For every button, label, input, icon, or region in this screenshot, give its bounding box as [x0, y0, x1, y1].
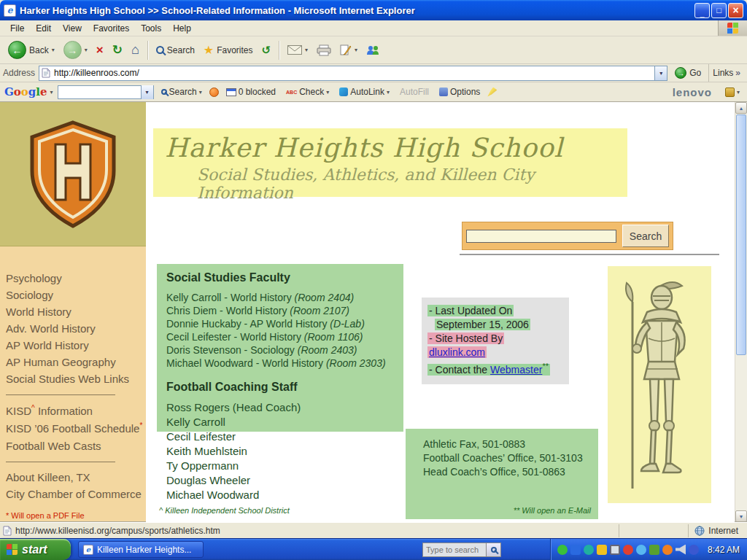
sidebar-link-football-schedule[interactable]: KISD ’06 Football Schedule* [6, 419, 146, 437]
menu-view[interactable]: View [57, 22, 88, 35]
forward-button[interactable]: → ▾ [60, 39, 91, 61]
stop-button[interactable]: × [93, 42, 107, 59]
google-logo-dropdown-icon[interactable]: ▾ [50, 88, 53, 96]
history-icon: ↺ [262, 44, 271, 57]
sidebar-link-kisd-information[interactable]: KISD^ Information [6, 402, 146, 419]
search-button[interactable]: Search [152, 44, 198, 57]
contact-label: - Contact the [429, 364, 490, 376]
taskbar-search-button[interactable] [487, 542, 501, 557]
webmaster-link[interactable]: Webmaster [490, 364, 542, 376]
windows-flag-icon [7, 544, 18, 555]
scroll-down-button[interactable]: ▼ [735, 510, 747, 522]
coach-member: Ty Oppermann [166, 459, 409, 473]
tray-icon-1[interactable] [557, 545, 568, 555]
tray-icon-8[interactable] [649, 545, 659, 555]
sidebar-link-adv-world-history[interactable]: Adv. World History [6, 320, 146, 337]
refresh-icon: ↻ [112, 42, 123, 58]
taskbar-task-ie[interactable]: e Killeen Harker Heights... [78, 541, 204, 558]
menu-edit[interactable]: Edit [30, 22, 57, 35]
options-button[interactable]: Options [436, 85, 483, 98]
sidebar-link-sociology[interactable]: Sociology [6, 287, 146, 303]
google-search-input[interactable]: ▾ [58, 85, 154, 99]
options-icon [439, 88, 448, 96]
sidebar-link-about-killeen[interactable]: About Killeen, TX [6, 469, 146, 486]
autolink-dropdown-icon[interactable]: ▾ [387, 89, 390, 96]
tray-icon-6[interactable] [623, 545, 633, 555]
faculty-member: Michael Woodward - World History (Room 2… [166, 357, 409, 370]
menu-file[interactable]: File [4, 22, 30, 35]
address-label: Address [3, 68, 35, 78]
tray-icon-11[interactable] [689, 545, 699, 555]
go-label: Go [689, 68, 701, 78]
favorites-button[interactable]: ★ Favorites [200, 42, 257, 58]
menu-help[interactable]: Help [167, 22, 197, 35]
google-search-dropdown-icon[interactable]: ▾ [199, 89, 202, 96]
site-search-input[interactable] [466, 230, 616, 243]
menu-favorites[interactable]: Favorites [88, 22, 135, 35]
address-url-input[interactable] [54, 67, 654, 79]
minimize-button[interactable]: _ [694, 3, 710, 18]
highlighter-icon[interactable] [487, 88, 497, 97]
tray-icon-7[interactable] [636, 545, 646, 555]
taskbar-search-input[interactable] [422, 542, 487, 557]
go-button[interactable]: → Go [671, 66, 705, 79]
refresh-button[interactable]: ↻ [109, 41, 126, 59]
mail-button[interactable]: ▾ [284, 44, 311, 56]
sidebar-link-web-links[interactable]: Social Studies Web Links [6, 370, 146, 387]
menu-tools[interactable]: Tools [135, 22, 167, 35]
links-button[interactable]: Links » [708, 64, 744, 82]
scroll-thumb[interactable] [736, 114, 746, 355]
google-logo[interactable]: G o o g l e ▾ [4, 85, 53, 98]
stop-icon: × [96, 43, 104, 58]
messenger-button[interactable] [363, 44, 383, 57]
mail-dropdown-icon[interactable]: ▾ [305, 47, 308, 53]
sidebar-link-chamber-of-commerce[interactable]: City Chamber of Commerce [6, 486, 146, 502]
tray-icon-2[interactable] [570, 545, 581, 555]
google-search-dropdown[interactable]: ▾ [141, 85, 153, 99]
links-chevron-icon: » [735, 68, 740, 78]
favorites-label: Favorites [217, 45, 252, 55]
back-dropdown-icon[interactable]: ▾ [52, 47, 55, 53]
autofill-label: AutoFill [400, 87, 429, 97]
tray-icon-5[interactable] [610, 545, 620, 555]
history-button[interactable]: ↺ [258, 42, 275, 58]
edit-dropdown-icon[interactable]: ▾ [355, 47, 357, 53]
sidebar-link-football-webcasts[interactable]: Football Web Casts [6, 437, 146, 454]
spellcheck-button[interactable]: ABC Check ▾ [283, 85, 332, 98]
google-search-button[interactable]: Search ▾ [158, 85, 205, 98]
tray-icon-9[interactable] [662, 545, 673, 555]
go-icon: → [675, 67, 686, 79]
address-dropdown-button[interactable]: ▾ [654, 66, 667, 80]
close-button[interactable]: × [728, 3, 743, 18]
faculty-member: Doris Stevenson - Sociology (Room 2403) [166, 343, 409, 357]
tray-icon-4[interactable] [597, 545, 607, 555]
sidebar-link-ap-human-geography[interactable]: AP Human Geography [6, 354, 146, 370]
title-bar[interactable]: e Harker Heights High School >> School-R… [0, 0, 747, 20]
autolink-button[interactable]: AutoLink ▾ [336, 85, 392, 98]
sidebar-link-ap-world-history[interactable]: AP World History [6, 337, 146, 354]
autolink-icon [339, 88, 348, 96]
sidebar-link-psychology[interactable]: Psychology [6, 270, 146, 287]
print-button[interactable] [313, 43, 335, 58]
tray-icon-3[interactable] [584, 545, 594, 555]
address-combo[interactable]: ▾ [39, 66, 667, 81]
sidebar-link-world-history[interactable]: World History [6, 303, 146, 320]
toolbar-extra-button[interactable]: ▾ [725, 88, 743, 97]
scroll-up-button[interactable]: ▲ [735, 102, 747, 114]
home-button[interactable]: ⌂ [128, 41, 143, 59]
edit-button[interactable]: ▾ [336, 43, 361, 57]
popup-blocker-button[interactable]: 0 blocked [223, 85, 279, 98]
site-search-button[interactable]: Search [622, 225, 669, 247]
taskbar-search-icon [491, 547, 497, 553]
favorites-icon: ★ [204, 43, 214, 57]
back-button[interactable]: ← Back ▾ [4, 39, 58, 61]
google-letter: o [14, 85, 21, 98]
dluxlink-link[interactable]: dluxlink.com [429, 346, 485, 358]
spellcheck-dropdown-icon[interactable]: ▾ [326, 89, 329, 96]
vertical-scrollbar[interactable]: ▲ ▼ [735, 102, 747, 522]
pagerank-icon[interactable] [209, 88, 219, 97]
maximize-button[interactable]: □ [711, 3, 727, 18]
tray-volume-icon[interactable] [676, 545, 686, 555]
school-shield-icon [26, 120, 120, 229]
start-button[interactable]: start [0, 539, 71, 560]
